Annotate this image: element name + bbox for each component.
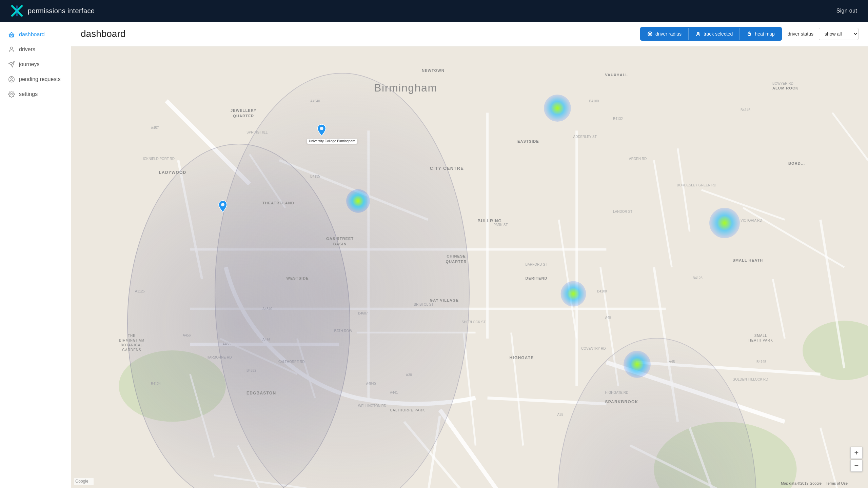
driver-marker-2 [218, 200, 228, 214]
layout: dashboard drivers journeys pendi [0, 22, 868, 488]
track-selected-label: track selected [704, 31, 733, 37]
google-logo-icon: Google [75, 479, 92, 484]
sidebar-item-journeys[interactable]: journeys [0, 57, 71, 72]
heat-map-icon [747, 31, 752, 37]
driver-marker-1: University College Birmingham [317, 124, 368, 144]
header: permissions interface Sign out [0, 0, 868, 22]
main-content: dashboard driver radius [71, 22, 868, 488]
svg-point-59 [221, 203, 224, 206]
heat-map-button[interactable]: heat map [740, 28, 781, 40]
page-title: dashboard [81, 28, 125, 39]
svg-point-58 [320, 127, 323, 130]
svg-rect-17 [71, 46, 868, 488]
sidebar: dashboard drivers journeys pendi [0, 22, 71, 488]
map-background [71, 46, 868, 488]
svg-rect-4 [11, 36, 13, 37]
svg-point-8 [11, 78, 13, 79]
driver-radius-button[interactable]: driver radius [640, 28, 689, 40]
zoom-out-button[interactable]: − [850, 460, 863, 472]
send-icon [8, 61, 15, 68]
app-title: permissions interface [28, 7, 95, 15]
zoom-controls: + − [850, 447, 863, 472]
brand-logo-icon [11, 5, 23, 17]
sidebar-item-pending-requests[interactable]: pending requests [0, 72, 71, 87]
show-all-select[interactable]: show all online offline busy [819, 28, 859, 40]
person-icon [8, 46, 15, 53]
track-selected-button[interactable]: track selected [689, 28, 740, 40]
sidebar-label-drivers: drivers [19, 46, 35, 53]
terms-of-use-link[interactable]: Terms of Use [826, 481, 848, 485]
map-container[interactable]: A457 A456 A456 A456 B4124 B4532 A4540 A4… [71, 46, 868, 488]
svg-point-15 [698, 33, 698, 34]
google-attribution: Google [74, 478, 94, 485]
pin-icon-1 [317, 124, 327, 137]
sidebar-label-journeys: journeys [19, 61, 39, 67]
zoom-in-button[interactable]: + [850, 447, 863, 459]
svg-text:Google: Google [75, 479, 88, 484]
sidebar-item-dashboard[interactable]: dashboard [0, 27, 71, 42]
driver-radius-label: driver radius [655, 31, 682, 37]
svg-point-5 [11, 47, 13, 49]
driver-radius-icon [647, 31, 653, 37]
sidebar-item-settings[interactable]: settings [0, 87, 71, 102]
map-copyright: Map data ©2019 Google Terms of Use [781, 481, 848, 485]
brand: permissions interface [11, 5, 95, 17]
svg-point-18 [119, 350, 226, 422]
sidebar-label-dashboard: dashboard [19, 32, 45, 38]
sign-out-button[interactable]: Sign out [836, 8, 857, 14]
sidebar-label-pending-requests: pending requests [19, 76, 61, 82]
toolbar: dashboard driver radius [71, 22, 868, 46]
gear-icon [8, 91, 15, 98]
heat-map-label: heat map [755, 31, 774, 37]
sidebar-label-settings: settings [19, 91, 38, 97]
driver-tooltip-1: University College Birmingham [309, 139, 355, 143]
track-selected-icon [695, 31, 701, 37]
home-icon [8, 31, 15, 38]
driver-status-label: driver status [788, 31, 813, 37]
map-data-text: Map data ©2019 Google [781, 481, 822, 485]
svg-point-13 [649, 33, 651, 35]
sidebar-item-drivers[interactable]: drivers [0, 42, 71, 57]
pin-icon-2 [218, 200, 228, 213]
svg-point-9 [11, 94, 13, 95]
person-circle-icon [8, 76, 15, 83]
map-toggle-group: driver radius track selected heat m [640, 27, 782, 41]
